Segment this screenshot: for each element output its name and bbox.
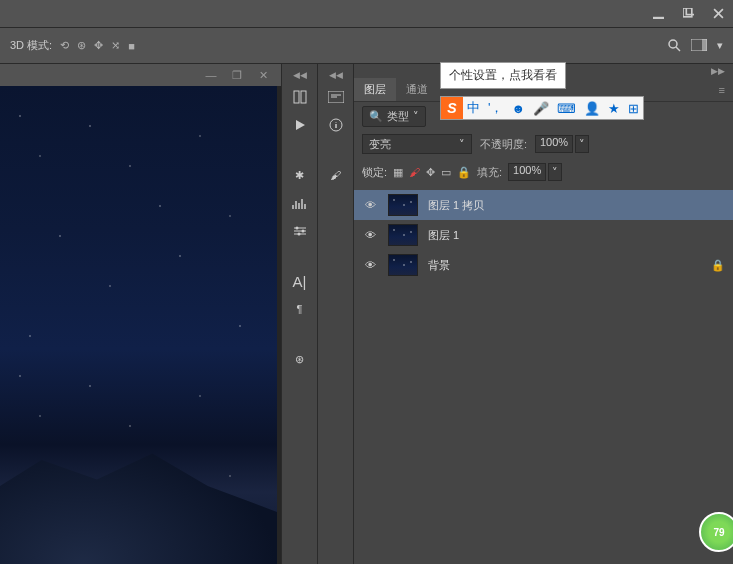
mode-label: 3D 模式: bbox=[10, 38, 52, 53]
svg-point-9 bbox=[301, 230, 304, 233]
ime-keyboard-icon[interactable]: ⌨ bbox=[553, 101, 580, 116]
tool-column-1: ◀◀ ✱ A| ¶ ⊛ bbox=[282, 64, 318, 564]
svg-point-3 bbox=[669, 40, 677, 48]
orbit-icon[interactable]: ⟲ bbox=[60, 39, 69, 52]
lock-artboard-icon[interactable]: ▭ bbox=[441, 166, 451, 179]
ime-user-icon[interactable]: 👤 bbox=[580, 101, 604, 116]
doc-restore-button[interactable]: ❐ bbox=[225, 66, 249, 84]
ime-emoji-icon[interactable]: ☻ bbox=[507, 101, 529, 116]
canvas-area: — ❐ ✕ bbox=[0, 64, 282, 564]
fill-dropdown[interactable]: ˅ bbox=[548, 163, 562, 181]
ime-star-icon[interactable]: ★ bbox=[604, 101, 624, 116]
title-bar bbox=[0, 0, 733, 28]
tab-layers[interactable]: 图层 bbox=[354, 78, 396, 101]
nav-icon[interactable]: ⊛ bbox=[286, 346, 314, 372]
type-filter-label: 类型 bbox=[387, 109, 409, 124]
search-icon[interactable] bbox=[667, 38, 681, 54]
chevron-down-icon: ˅ bbox=[459, 138, 465, 151]
character-icon[interactable]: A| bbox=[286, 268, 314, 294]
doc-minimize-button[interactable]: — bbox=[199, 66, 223, 84]
document-bar: — ❐ ✕ bbox=[0, 64, 281, 86]
slide-icon[interactable]: ⤨ bbox=[111, 39, 120, 52]
layer-row[interactable]: 👁 背景 🔒 bbox=[354, 250, 733, 280]
search-icon: 🔍 bbox=[369, 110, 383, 123]
ime-grid-icon[interactable]: ⊞ bbox=[624, 101, 643, 116]
brush-icon[interactable]: 🖌 bbox=[322, 162, 350, 188]
visibility-icon[interactable]: 👁 bbox=[362, 199, 378, 211]
play-icon[interactable] bbox=[286, 112, 314, 138]
layer-name[interactable]: 图层 1 拷贝 bbox=[428, 198, 484, 213]
layer-row[interactable]: 👁 图层 1 拷贝 bbox=[354, 190, 733, 220]
status-badge[interactable]: 79 bbox=[699, 512, 733, 552]
layer-name[interactable]: 背景 bbox=[428, 258, 450, 273]
chevron-down-icon: ˅ bbox=[413, 110, 419, 123]
history-icon[interactable] bbox=[286, 84, 314, 110]
ime-logo[interactable]: S bbox=[441, 97, 463, 119]
ime-lang[interactable]: 中 bbox=[463, 99, 484, 117]
ime-toolbar: S 中 '， ☻ 🎤 ⌨ 👤 ★ ⊞ bbox=[440, 96, 644, 120]
svg-point-8 bbox=[295, 227, 298, 230]
paragraph-icon[interactable]: ¶ bbox=[286, 296, 314, 322]
svg-rect-6 bbox=[294, 91, 299, 103]
lock-icon: 🔒 bbox=[711, 259, 725, 272]
tooltip: 个性设置，点我看看 bbox=[440, 62, 566, 89]
svg-rect-1 bbox=[683, 8, 692, 17]
svg-rect-7 bbox=[301, 91, 306, 103]
tool-column-2: ◀◀ 🖌 bbox=[318, 64, 354, 564]
lock-position-icon[interactable]: ✥ bbox=[426, 166, 435, 179]
lock-transparency-icon[interactable]: ▦ bbox=[393, 166, 403, 179]
visibility-icon[interactable]: 👁 bbox=[362, 259, 378, 271]
blend-mode-select[interactable]: 变亮 ˅ bbox=[362, 134, 472, 154]
panel-menu-icon[interactable]: ≡ bbox=[711, 84, 733, 96]
close-button[interactable] bbox=[703, 2, 733, 26]
layer-list: 👁 图层 1 拷贝 👁 图层 1 👁 背景 🔒 bbox=[354, 186, 733, 280]
minimize-button[interactable] bbox=[643, 2, 673, 26]
chevron-down-icon[interactable]: ▾ bbox=[717, 39, 723, 52]
svg-rect-5 bbox=[702, 39, 707, 51]
options-bar: 3D 模式: ⟲ ⊛ ✥ ⤨ ■ ▾ bbox=[0, 28, 733, 64]
canvas[interactable] bbox=[0, 86, 277, 564]
layer-thumbnail[interactable] bbox=[388, 224, 418, 246]
doc-close-button[interactable]: ✕ bbox=[251, 66, 275, 84]
lock-pixels-icon[interactable]: 🖌 bbox=[409, 166, 420, 178]
collapse-icon[interactable]: ◀◀ bbox=[291, 68, 309, 82]
opacity-label: 不透明度: bbox=[480, 137, 527, 152]
compass-icon[interactable]: ✱ bbox=[286, 162, 314, 188]
layer-row[interactable]: 👁 图层 1 bbox=[354, 220, 733, 250]
svg-rect-2 bbox=[686, 8, 694, 15]
workspace-icon[interactable] bbox=[691, 39, 707, 53]
fill-label: 填充: bbox=[477, 165, 502, 180]
lock-label: 锁定: bbox=[362, 165, 387, 180]
svg-point-10 bbox=[297, 233, 300, 236]
ime-voice-icon[interactable]: 🎤 bbox=[529, 101, 553, 116]
visibility-icon[interactable]: 👁 bbox=[362, 229, 378, 241]
opacity-input[interactable]: 100% bbox=[535, 135, 573, 153]
info-icon[interactable] bbox=[322, 112, 350, 138]
camera-icon[interactable]: ■ bbox=[128, 40, 135, 52]
layer-thumbnail[interactable] bbox=[388, 254, 418, 276]
fill-input[interactable]: 100% bbox=[508, 163, 546, 181]
svg-rect-0 bbox=[653, 17, 664, 19]
opacity-dropdown[interactable]: ˅ bbox=[575, 135, 589, 153]
properties-icon[interactable] bbox=[322, 84, 350, 110]
layer-name[interactable]: 图层 1 bbox=[428, 228, 459, 243]
layers-panel: ▶▶ 图层 通道 ≡ 个性设置，点我看看 S 中 '， ☻ 🎤 ⌨ 👤 ★ ⊞ … bbox=[354, 64, 733, 564]
ime-punct[interactable]: '， bbox=[484, 99, 507, 117]
layer-thumbnail[interactable] bbox=[388, 194, 418, 216]
pan-icon[interactable]: ✥ bbox=[94, 39, 103, 52]
type-filter[interactable]: 🔍 类型 ˅ bbox=[362, 106, 426, 127]
tab-channels[interactable]: 通道 bbox=[396, 78, 438, 101]
blend-mode-value: 变亮 bbox=[369, 137, 391, 152]
maximize-button[interactable] bbox=[673, 2, 703, 26]
roll-icon[interactable]: ⊛ bbox=[77, 39, 86, 52]
histogram-icon[interactable] bbox=[286, 190, 314, 216]
adjustments-icon[interactable] bbox=[286, 218, 314, 244]
lock-all-icon[interactable]: 🔒 bbox=[457, 166, 471, 179]
collapse-icon[interactable]: ◀◀ bbox=[327, 68, 345, 82]
